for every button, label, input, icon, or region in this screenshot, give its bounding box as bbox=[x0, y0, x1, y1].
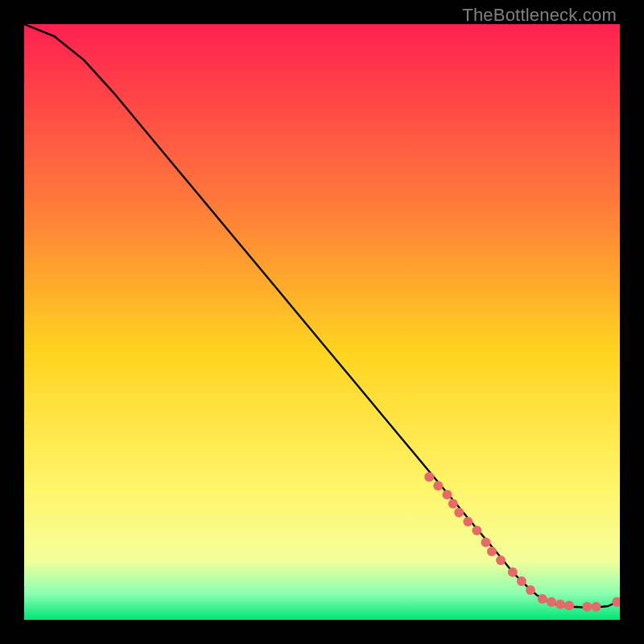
bottleneck-chart bbox=[24, 24, 620, 620]
marker-point bbox=[591, 602, 601, 612]
chart-frame bbox=[24, 24, 620, 620]
marker-point bbox=[547, 597, 556, 607]
marker-point bbox=[442, 490, 452, 500]
marker-point bbox=[487, 547, 497, 556]
credit-watermark: TheBottleneck.com bbox=[462, 5, 617, 26]
marker-point bbox=[481, 538, 491, 547]
marker-point bbox=[463, 517, 473, 526]
marker-point bbox=[496, 555, 506, 565]
marker-point bbox=[508, 568, 518, 577]
gradient-background bbox=[24, 24, 620, 620]
marker-point bbox=[555, 600, 565, 609]
marker-point bbox=[538, 594, 547, 604]
marker-point bbox=[517, 576, 526, 586]
marker-point bbox=[433, 481, 443, 491]
marker-point bbox=[472, 526, 481, 535]
marker-point bbox=[454, 508, 464, 518]
marker-point bbox=[582, 602, 592, 612]
marker-point bbox=[526, 585, 535, 595]
marker-point bbox=[564, 601, 574, 610]
marker-point bbox=[424, 472, 434, 481]
marker-point bbox=[448, 499, 458, 509]
